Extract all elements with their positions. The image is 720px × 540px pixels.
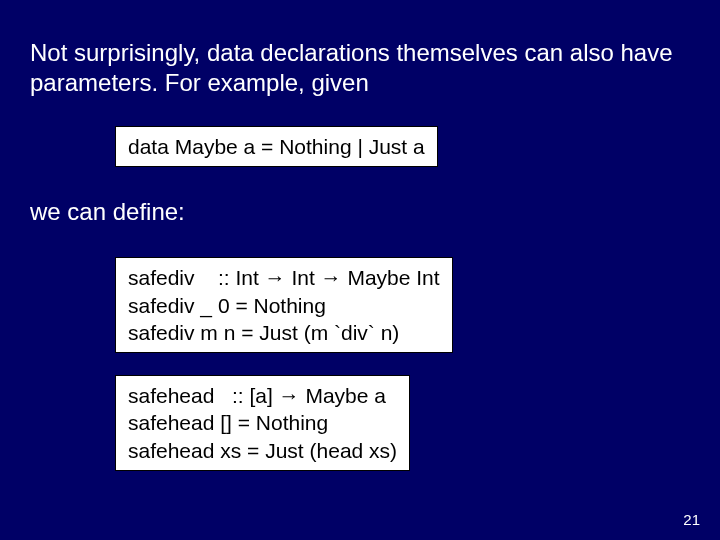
- intro-paragraph: Not surprisingly, data declarations them…: [30, 38, 690, 98]
- page-number: 21: [683, 511, 700, 528]
- code-block-safediv: safediv :: Int → Int → Maybe Int safediv…: [115, 257, 453, 353]
- slide: Not surprisingly, data declarations them…: [0, 0, 720, 540]
- code-block-maybe-decl: data Maybe a = Nothing | Just a: [115, 126, 438, 167]
- mid-paragraph: we can define:: [30, 197, 690, 227]
- code-block-safehead: safehead :: [a] → Maybe a safehead [] = …: [115, 375, 410, 471]
